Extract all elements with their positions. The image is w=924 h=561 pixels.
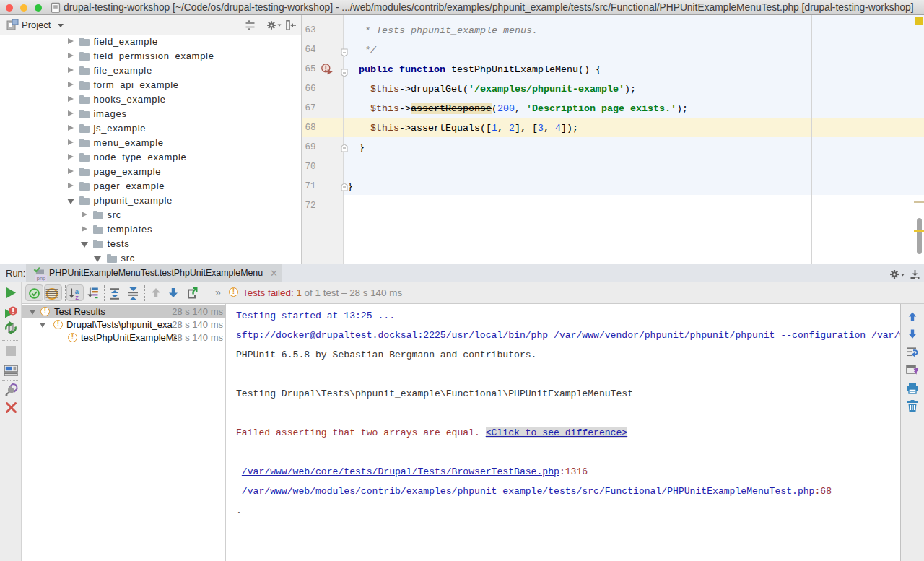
svg-text:php: php xyxy=(37,275,46,281)
svg-text:z: z xyxy=(75,292,79,300)
